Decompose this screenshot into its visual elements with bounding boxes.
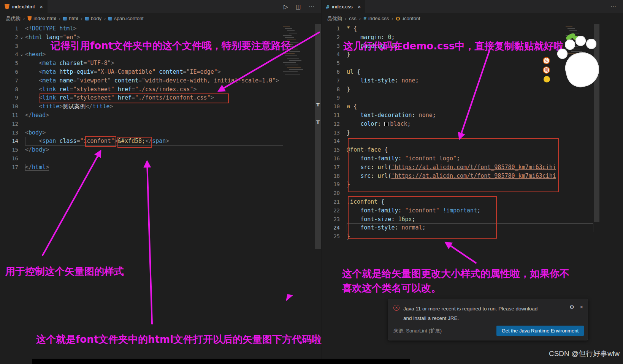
line-number: 9 xyxy=(0,93,18,102)
code-token: text-decoration xyxy=(360,112,412,119)
code-line-12[interactable]: 12 color: black; xyxy=(322,120,593,128)
color-swatch[interactable] xyxy=(384,122,388,126)
code-line-5[interactable]: 5 xyxy=(322,59,593,68)
code-line-14[interactable]: 14 <span class="iconfont">&#xfd58;</span… xyxy=(0,137,283,146)
breadcrumb-item[interactable]: css xyxy=(349,16,357,21)
code-line-21[interactable]: 21.iconfont { xyxy=(322,198,593,206)
code-line-12[interactable]: 12 xyxy=(0,120,283,128)
breadcrumb-label: body xyxy=(91,16,101,21)
minimap[interactable] xyxy=(283,24,315,85)
breadcrumb-item[interactable]: 品优购 xyxy=(6,15,21,22)
minimap-line xyxy=(287,67,301,68)
code-line-18[interactable]: 18 src: url('https://at.alicdn.com/t/fon… xyxy=(322,172,593,180)
code-line-13[interactable]: 13<body> xyxy=(0,128,283,137)
code-token: ; xyxy=(477,207,480,214)
code-token: url xyxy=(377,164,388,171)
code-line-16[interactable]: 16 font-family: "iconfont logo"; xyxy=(322,154,593,163)
line-number: 11 xyxy=(322,111,340,120)
breadcrumb-item[interactable]: html xyxy=(63,16,78,21)
fold-chevron-icon[interactable]: ⌄ xyxy=(18,33,25,42)
close-tab-icon[interactable]: × xyxy=(358,3,361,10)
fold-gutter xyxy=(340,180,347,189)
breadcrumb-item[interactable]: 品优购 xyxy=(327,15,342,22)
code-line-22[interactable]: 22 font-family: "iconfont" !important; xyxy=(322,206,593,215)
code-token: href xyxy=(118,86,132,93)
code-line-7[interactable]: 7 <meta name="viewport" content="width=d… xyxy=(0,76,283,85)
scrollbar[interactable] xyxy=(315,24,321,359)
vscode-window: index.html × ▷ ◫ ⋯ 品优购›index.html›html›b… xyxy=(0,0,623,364)
line-number: 25 xyxy=(322,232,340,241)
code-token xyxy=(155,68,159,75)
code-line-10[interactable]: 10a { xyxy=(322,102,593,111)
code-editor-css[interactable]: 1* {2 margin: 0;3 padding: 0;4}56ul {7 l… xyxy=(322,24,593,241)
line-number: 15 xyxy=(322,146,340,154)
code-line-15[interactable]: 15</body> xyxy=(0,146,283,154)
cube-icon xyxy=(85,17,89,21)
fold-gutter xyxy=(340,163,347,172)
code-line-1[interactable]: 1* { xyxy=(322,24,593,33)
code-line-11[interactable]: 11 text-decoration: none; xyxy=(322,111,593,120)
fold-gutter xyxy=(340,232,347,241)
breadcrumb-item[interactable]: body xyxy=(85,16,101,21)
gear-icon[interactable]: ⚙ xyxy=(569,304,574,310)
code-line-1[interactable]: 1<!DOCTYPE html> xyxy=(0,24,283,33)
code-line-16[interactable]: 16 xyxy=(0,154,283,163)
breadcrumb-item[interactable]: #index.css xyxy=(363,16,389,21)
code-line-17[interactable]: 17 src: url('https://at.alicdn.com/t/fon… xyxy=(322,163,593,172)
code-token: < xyxy=(39,68,42,75)
minimap-line xyxy=(568,28,575,29)
code-token xyxy=(56,77,59,84)
fold-chevron-icon[interactable]: ⌄ xyxy=(18,50,25,59)
split-editor-button[interactable]: ◫ xyxy=(296,3,301,10)
line-number: 1 xyxy=(0,24,18,33)
code-line-23[interactable]: 23 font-size: 16px; xyxy=(322,215,593,224)
code-line-19[interactable]: 19} xyxy=(322,180,593,189)
code-line-8[interactable]: 8 <link rel="stylesheet" href="./css/ind… xyxy=(0,85,283,94)
line-number: 8 xyxy=(0,85,18,94)
close-tab-icon[interactable]: × xyxy=(40,3,43,10)
breadcrumb-label: span.iconfont xyxy=(114,16,143,21)
code-line-17[interactable]: 17</html> xyxy=(0,163,283,172)
code-line-9[interactable]: 9 xyxy=(322,93,593,102)
run-button[interactable]: ▷ xyxy=(284,3,288,10)
code-line-15[interactable]: 15@font-face { xyxy=(322,146,593,154)
code-line-20[interactable]: 20 xyxy=(322,189,593,198)
code-token: link xyxy=(42,94,56,101)
code-token: { xyxy=(381,146,388,153)
code-token: "iconfont" xyxy=(80,138,114,144)
tab-index-html[interactable]: index.html × xyxy=(0,0,48,13)
get-java-runtime-button[interactable]: Get the Java Runtime Environment xyxy=(496,326,584,336)
code-line-7[interactable]: 7 list-style: none; xyxy=(322,76,593,85)
more-actions-button[interactable]: ⋯ xyxy=(610,3,616,10)
code-token: { xyxy=(377,198,384,205)
code-token: > xyxy=(46,164,49,171)
notification-message-line2: and install a recent JRE. xyxy=(403,313,566,323)
code-line-5[interactable]: 5 <meta charset="UTF-8"> xyxy=(0,59,283,68)
code-token: < xyxy=(25,129,29,136)
code-line-11[interactable]: 11</head> xyxy=(0,111,283,120)
code-line-10[interactable]: 10 <title>测试案例</title> xyxy=(0,102,283,111)
breadcrumb-item[interactable]: span.iconfont xyxy=(108,16,143,21)
scrollbar-thumb[interactable] xyxy=(315,24,321,249)
code-line-6[interactable]: 6 <meta http-equiv="X-UA-Compatible" con… xyxy=(0,68,283,76)
html-icon xyxy=(27,16,32,21)
close-icon[interactable]: × xyxy=(580,304,583,310)
tab-index-css[interactable]: # index.css × xyxy=(322,0,366,13)
minimap-line xyxy=(285,28,292,29)
code-line-6[interactable]: 6ul { xyxy=(322,68,593,76)
code-line-13[interactable]: 13} xyxy=(322,128,593,137)
code-line-25[interactable]: 25} xyxy=(322,232,593,241)
code-token: < xyxy=(39,103,42,110)
code-token: </ xyxy=(145,138,152,144)
code-token: > xyxy=(42,129,46,136)
code-line-9[interactable]: 9 <link rel="stylesheet" href="./fonts/i… xyxy=(0,93,283,102)
code-line-24[interactable]: 24 font-style: normal; xyxy=(322,223,593,232)
breadcrumb-item[interactable]: .iconfont xyxy=(396,16,420,21)
fold-gutter xyxy=(340,198,347,206)
line-number: 13 xyxy=(0,128,18,137)
code-line-8[interactable]: 8} xyxy=(322,85,593,94)
code-token: ; xyxy=(457,155,460,162)
breadcrumb-item[interactable]: index.html xyxy=(27,16,56,21)
code-line-14[interactable]: 14 xyxy=(322,137,593,146)
more-actions-button[interactable]: ⋯ xyxy=(309,3,314,10)
